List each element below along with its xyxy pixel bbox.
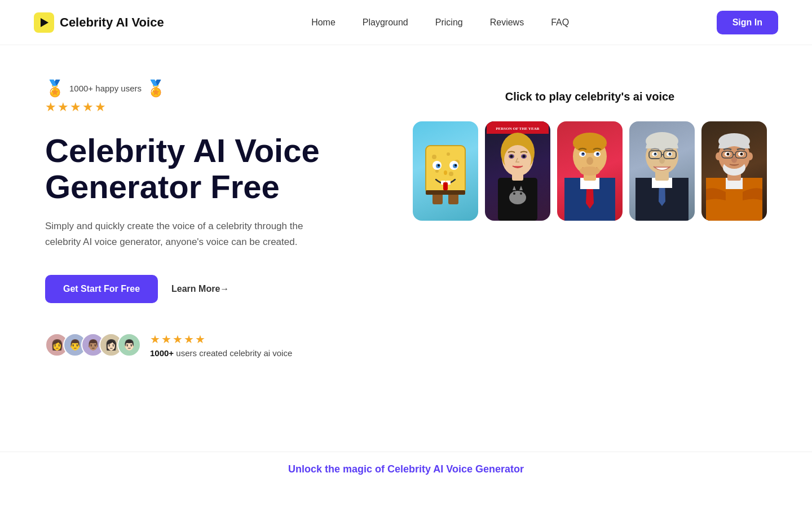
badge-stars: ★★★★★ [45,100,107,115]
svg-point-86 [716,152,721,160]
proof-stars: ★★★★★ [150,332,292,346]
learn-more-link[interactable]: Learn More→ [171,284,229,294]
celebrity-card-taylor[interactable]: PERSON OF THE YEAR [485,121,550,221]
footer-banner-link[interactable]: Unlock the magic of Celebrity AI Voice G… [288,463,524,475]
celebrity-cards: PERSON OF THE YEAR [413,121,767,221]
proof-count-rest: users created celebrity ai voice [174,348,292,358]
svg-point-80 [727,153,729,154]
nav-links: Home Playground Pricing Reviews FAQ [311,17,569,28]
modi-face [701,121,767,221]
trump-face [557,121,623,221]
svg-point-30 [510,155,513,158]
hero-left: 🏅 1000+ happy users 🏅 ★★★★★ Celebrity AI… [45,79,320,358]
brand-logo[interactable]: Celebrity AI Voice [34,12,164,33]
hero-right: Click to play celebrity's ai voice [413,79,767,221]
nav-playground[interactable]: Playground [363,17,408,28]
logo-icon [34,12,54,33]
badge-text: 1000+ happy users [69,84,142,93]
signin-button[interactable]: Sign In [717,11,778,34]
hero-actions: Get Start For Free Learn More→ [45,275,320,303]
proof-text: ★★★★★ 1000+ users created celebrity ai v… [150,332,292,358]
svg-point-7 [449,172,453,176]
svg-point-49 [582,153,584,155]
svg-rect-19 [426,190,465,195]
svg-point-81 [741,153,742,154]
play-label: Click to play celebrity's ai voice [505,90,674,103]
celebrity-card-trump[interactable] [557,121,623,221]
spongebob-face [413,121,478,221]
svg-point-32 [509,191,526,204]
play-icon [38,17,50,28]
nav-faq[interactable]: FAQ [551,17,569,28]
footer-banner: Unlock the magic of Celebrity AI Voice G… [0,452,812,487]
brand-name: Celebrity AI Voice [60,15,164,30]
svg-rect-20 [443,182,448,190]
avatar-group: 👩 👨 👨🏽 👩🏻 👨🏻 [45,333,141,357]
svg-point-38 [520,192,522,195]
get-start-button[interactable]: Get Start For Free [45,275,158,303]
svg-point-52 [580,167,600,176]
nav-reviews[interactable]: Reviews [490,17,524,28]
svg-point-4 [447,152,450,156]
celebrity-card-biden[interactable] [629,121,695,221]
badge-laurel: 🏅 1000+ happy users 🏅 [45,79,166,98]
nav-pricing[interactable]: Pricing [435,17,463,28]
hero-section: 🏅 1000+ happy users 🏅 ★★★★★ Celebrity AI… [0,45,812,452]
svg-marker-0 [41,18,48,27]
proof-count-bold: 1000+ [150,348,174,358]
hero-heading: Celebrity AI Voice Generator Free [45,133,320,205]
taylor-face: PERSON OF THE YEAR [485,121,550,221]
svg-point-64 [669,153,670,154]
hero-description: Simply and quickly create the voice of a… [45,218,316,250]
navbar: Celebrity AI Voice Home Playground Prici… [0,0,812,45]
celebrity-card-modi[interactable] [701,121,767,221]
svg-point-3 [432,155,436,159]
svg-point-50 [597,153,599,155]
laurel-left-icon: 🏅 [45,79,65,98]
svg-point-51 [586,157,593,165]
svg-point-14 [444,170,447,175]
hero-h1-line2: Generator Free [45,168,280,205]
hero-h1-line1: Celebrity AI Voice [45,132,320,169]
biden-face [629,121,695,221]
proof-count: 1000+ users created celebrity ai voice [150,348,292,358]
svg-text:PERSON OF THE YEAR: PERSON OF THE YEAR [496,126,540,131]
badge-row: 🏅 1000+ happy users 🏅 ★★★★★ [45,79,320,115]
svg-point-63 [655,153,656,154]
svg-point-12 [438,164,440,167]
svg-point-37 [513,192,515,195]
svg-point-87 [747,152,753,160]
svg-point-68 [659,157,665,164]
social-proof: 👩 👨 👨🏽 👩🏻 👨🏻 ★★★★★ 1000+ users created c… [45,332,320,358]
svg-point-13 [454,164,457,167]
nav-home[interactable]: Home [311,17,336,28]
svg-point-27 [504,145,531,174]
svg-point-31 [523,155,526,158]
laurel-right-icon: 🏅 [146,79,166,98]
celebrity-card-spongebob[interactable] [413,121,478,221]
avatar-5: 👨🏻 [117,333,141,357]
